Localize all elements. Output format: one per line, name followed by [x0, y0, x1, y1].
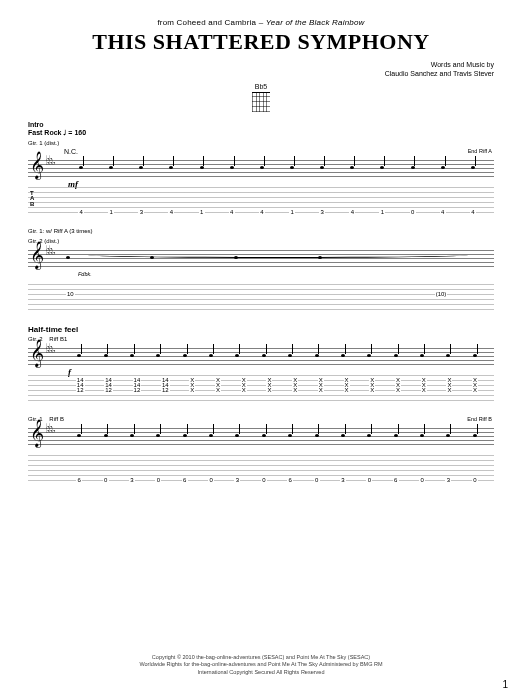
- section-intro-label: Intro: [28, 121, 494, 128]
- system-3: ♭♭♭♭♭ f 14141414 XXXX XXXX XXXX 14141414…: [28, 344, 494, 402]
- tab-3: 14141414 XXXX XXXX XXXX 14141414 XXXX XX…: [28, 372, 494, 402]
- tab-2: 10 (10): [28, 281, 494, 311]
- tab-row-4: 6030 6030 6030 6030: [66, 477, 488, 483]
- staff-3: ♭♭♭♭♭ f: [28, 344, 494, 368]
- song-title: THIS SHATTERED SYMPHONY: [28, 29, 494, 55]
- gtr1-s4-label: Gtr. 1 Riff B: [28, 416, 494, 422]
- source-line: from Coheed and Cambria – Year of the Bl…: [28, 18, 494, 27]
- page-number: 1: [502, 679, 508, 690]
- source-prefix: from Coheed and Cambria –: [157, 18, 263, 27]
- key-signature-2: ♭♭♭♭♭: [46, 247, 55, 257]
- system-1: ♭♭♭♭♭ mf End Riff A TAB 413 414 413 410 …: [28, 156, 494, 214]
- staff-2: ♭♭♭♭♭: [28, 246, 494, 270]
- tempo-marking: Fast Rock ♩ = 160: [28, 129, 494, 137]
- key-signature-3: ♭♭♭♭♭: [46, 345, 55, 355]
- gtr1-riff-a-label: Gtr. 1: w/ Riff A (3 times): [28, 228, 494, 234]
- gtr2-ht-label: Gtr. 2 Riff B1: [28, 336, 494, 342]
- feedback-label: Fdbk.: [78, 271, 494, 277]
- staff-notes-2: [66, 246, 488, 270]
- staff-notes-3: [66, 344, 488, 368]
- tab-row-1: 413 414 413 410 44: [66, 209, 488, 215]
- tab-1: TAB 413 414 413 410 44: [28, 184, 494, 214]
- chord-block: Bb5: [28, 83, 494, 113]
- gtr2-label: Gtr. 2 (dist.): [28, 238, 494, 244]
- system-2: ♭♭♭♭♭ Fdbk. 10 (10): [28, 246, 494, 311]
- chord-diagram: [252, 92, 270, 112]
- credits: Words and Music by Claudio Sanchez and T…: [28, 61, 494, 79]
- staff-1: ♭♭♭♭♭ mf End Riff A: [28, 156, 494, 180]
- credits-line1: Words and Music by: [28, 61, 494, 70]
- half-time-label: Half-time feel: [28, 325, 494, 334]
- end-riff-b: End Riff B: [467, 416, 492, 422]
- copyright-line2: Worldwide Rights for the-bag-online-adve…: [28, 661, 494, 668]
- system-4: ♭♭♭♭♭ End Riff B 6030 6030 6030 6030: [28, 424, 494, 482]
- copyright: Copyright © 2010 the-bag-online-adventur…: [28, 654, 494, 676]
- end-riff-a: End Riff A: [468, 148, 492, 154]
- album-title: Year of the Black Rainbow: [266, 18, 365, 27]
- tab-row-3c: 12121212 XXXX XXXX XXXX: [66, 387, 488, 393]
- gtr1-label: Gtr. 1 (dist.): [28, 140, 494, 146]
- tab-4: 6030 6030 6030 6030: [28, 452, 494, 482]
- nc-chord: N.C.: [64, 148, 494, 155]
- key-signature: ♭♭♭♭♭: [46, 157, 55, 167]
- staff-4: ♭♭♭♭♭ End Riff B: [28, 424, 494, 448]
- chord-name: Bb5: [28, 83, 494, 90]
- staff-notes-4: [66, 424, 488, 448]
- copyright-line1: Copyright © 2010 the-bag-online-adventur…: [28, 654, 494, 661]
- tab-label-icon: TAB: [30, 191, 34, 208]
- key-signature-4: ♭♭♭♭♭: [46, 425, 55, 435]
- staff-notes-1: [66, 156, 488, 180]
- credits-line2: Claudio Sanchez and Travis Stever: [28, 70, 494, 79]
- tab-row-2: 10 (10): [66, 291, 488, 297]
- copyright-line3: International Copyright Secured All Righ…: [28, 669, 494, 676]
